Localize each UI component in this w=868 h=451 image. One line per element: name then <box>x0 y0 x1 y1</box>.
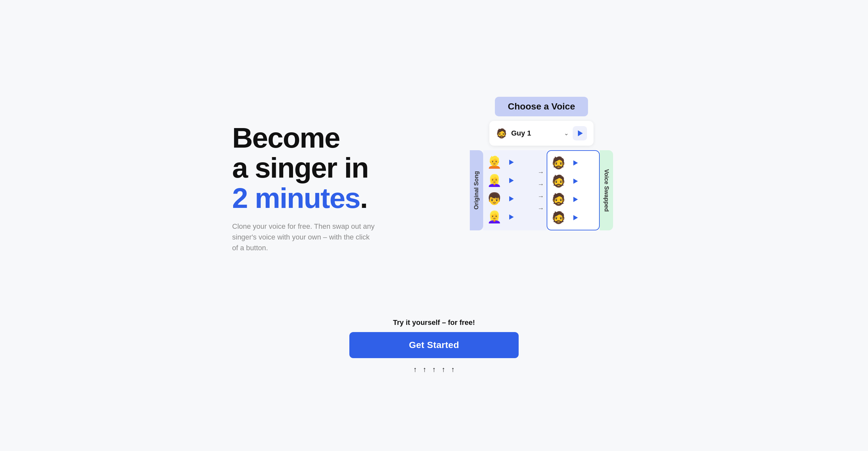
play-icon <box>509 215 514 220</box>
try-text: Try it yourself – for free! <box>393 318 475 327</box>
track-emoji-4-swap: 🧔 <box>551 211 566 225</box>
track-play-swap-2[interactable] <box>569 175 581 187</box>
arrow-row: ↑ ↑ ↑ ↑ ↑ <box>413 365 455 374</box>
play-icon <box>574 160 578 166</box>
up-arrow-4: ↑ <box>442 365 445 374</box>
headline-suffix: . <box>360 182 367 214</box>
play-icon <box>574 197 578 202</box>
table-row: 🧔 <box>551 193 595 206</box>
headline-highlight: 2 minutes <box>232 182 360 214</box>
comparison-area: Original Song 👱 👱‍♀️ 👦 <box>470 150 613 230</box>
arrow-1: → <box>537 168 544 176</box>
table-row: 👱‍♀️ <box>487 210 531 224</box>
voice-avatar-emoji: 🧔 <box>496 128 507 139</box>
arrow-2: → <box>537 180 544 188</box>
track-play-swap-1[interactable] <box>569 157 581 169</box>
original-song-label: Original Song <box>470 150 483 230</box>
table-row: 🧔 <box>551 156 595 170</box>
play-icon <box>509 160 514 165</box>
choose-voice-label: Choose a Voice <box>495 97 588 116</box>
chevron-down-icon[interactable]: ⌄ <box>564 130 569 137</box>
track-emoji-2-orig: 👱‍♀️ <box>487 174 502 187</box>
headline-line1: Become <box>232 121 340 154</box>
track-play-swap-3[interactable] <box>569 194 581 205</box>
arrow-4: → <box>537 205 544 212</box>
table-row: 🧔 <box>551 211 595 225</box>
original-panel: 👱 👱‍♀️ 👦 <box>483 150 535 230</box>
table-row: 👦 <box>487 192 531 206</box>
track-play-button-3[interactable] <box>505 193 517 205</box>
track-emoji-4-orig: 👱‍♀️ <box>487 210 502 224</box>
hero-right: Choose a Voice 🧔 Guy 1 ⌄ Original Song 👱 <box>447 97 636 279</box>
play-triangle-icon <box>578 130 583 136</box>
hero-subtitle: Clone your voice for free. Then swap out… <box>232 221 375 253</box>
play-icon <box>574 215 578 220</box>
track-play-button-1[interactable] <box>505 157 517 168</box>
table-row: 👱 <box>487 156 531 169</box>
track-emoji-2-swap: 🧔 <box>551 174 566 188</box>
headline: Become a singer in 2 minutes. <box>232 123 421 213</box>
up-arrow-3: ↑ <box>432 365 436 374</box>
track-play-swap-4[interactable] <box>569 212 581 224</box>
cta-section: Try it yourself – for free! Get Started … <box>0 318 868 374</box>
voice-swapped-label: Voice Swapped <box>600 150 613 230</box>
play-icon <box>509 196 514 201</box>
voice-name-label: Guy 1 <box>511 129 560 138</box>
table-row: 👱‍♀️ <box>487 174 531 187</box>
arrow-3: → <box>537 193 544 200</box>
get-started-button[interactable]: Get Started <box>349 332 519 358</box>
track-play-button-4[interactable] <box>505 211 517 223</box>
headline-line2: a singer in <box>232 151 368 184</box>
hero-left: Become a singer in 2 minutes. Clone your… <box>232 123 421 253</box>
track-play-button-2[interactable] <box>505 175 517 187</box>
play-icon <box>574 178 578 184</box>
voice-selector[interactable]: 🧔 Guy 1 ⌄ <box>489 121 593 146</box>
table-row: 🧔 <box>551 174 595 188</box>
play-icon <box>509 178 514 183</box>
track-emoji-3-orig: 👦 <box>487 192 502 206</box>
up-arrow-1: ↑ <box>413 365 417 374</box>
track-emoji-1-swap: 🧔 <box>551 156 566 170</box>
swapped-panel: 🧔 🧔 🧔 🧔 <box>547 150 600 230</box>
up-arrow-5: ↑ <box>451 365 455 374</box>
voice-play-button[interactable] <box>573 126 587 140</box>
track-emoji-1-orig: 👱 <box>487 156 502 169</box>
track-emoji-3-swap: 🧔 <box>551 193 566 206</box>
up-arrow-2: ↑ <box>423 365 427 374</box>
